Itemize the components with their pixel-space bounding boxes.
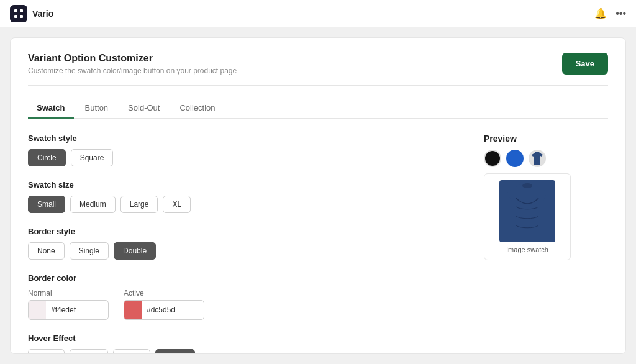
border-color-label: Border color	[28, 273, 469, 283]
hover-name[interactable]: Name	[70, 349, 108, 354]
tab-sold-out[interactable]: Sold-Out	[119, 98, 168, 119]
swatch-size-label: Swatch size	[28, 180, 469, 189]
main-content: Variant Option Customizer Customize the …	[0, 27, 636, 364]
preview-column: Preview	[484, 134, 608, 354]
preview-swatches	[484, 150, 608, 167]
preview-card: Image swatch	[484, 173, 571, 260]
topbar: Vario 🔔 •••	[0, 0, 636, 27]
border-style-section: Border style None Single Double	[28, 227, 469, 260]
active-color-field: Active	[124, 289, 204, 320]
swatch-style-section: Swatch style Circle Square	[28, 134, 469, 166]
svg-rect-3	[20, 15, 23, 18]
normal-color-field: Normal	[28, 289, 109, 320]
tab-button[interactable]: Button	[76, 98, 117, 119]
preview-label: Preview	[484, 134, 608, 143]
two-col-layout: Swatch style Circle Square Swatch size S…	[28, 134, 608, 354]
left-column: Swatch style Circle Square Swatch size S…	[28, 134, 469, 354]
border-style-single[interactable]: Single	[70, 242, 109, 260]
swatch-style-options: Circle Square	[28, 149, 469, 166]
svg-rect-2	[14, 15, 17, 18]
swatch-size-small[interactable]: Small	[28, 196, 65, 213]
swatch-size-medium[interactable]: Medium	[70, 196, 116, 213]
header-text: Variant Option Customizer Customize the …	[28, 53, 237, 75]
page-title: Variant Option Customizer	[28, 53, 237, 64]
save-button[interactable]: Save	[562, 53, 608, 75]
svg-rect-1	[20, 9, 23, 12]
app-logo-icon	[14, 9, 24, 19]
swatch-size-options: Small Medium Large XL	[28, 196, 469, 213]
border-color-section: Border color Normal Active	[28, 273, 469, 320]
border-style-label: Border style	[28, 227, 469, 236]
border-style-options: None Single Double	[28, 242, 469, 260]
swatch-size-large[interactable]: Large	[120, 196, 158, 213]
preview-swatch-black[interactable]	[484, 150, 501, 167]
border-style-double[interactable]: Double	[114, 242, 156, 260]
preview-swatch-blue[interactable]	[506, 150, 524, 167]
swatch-size-section: Swatch size Small Medium Large XL	[28, 180, 469, 213]
dress-thumbnail-icon	[532, 152, 543, 165]
border-style-none[interactable]: None	[28, 242, 65, 260]
normal-color-value[interactable]	[46, 306, 109, 314]
tab-collection[interactable]: Collection	[171, 98, 224, 119]
active-color-input-wrap[interactable]	[124, 300, 204, 320]
swatch-style-circle[interactable]: Circle	[28, 149, 66, 166]
topbar-left: Vario	[10, 5, 53, 22]
normal-color-swatch	[29, 301, 46, 319]
svg-rect-0	[14, 9, 17, 12]
page-subtitle: Customize the swatch color/image button …	[28, 66, 237, 75]
svg-point-4	[522, 183, 532, 188]
bell-icon[interactable]: 🔔	[594, 7, 607, 19]
topbar-right: 🔔 •••	[594, 7, 626, 19]
app-name: Vario	[32, 9, 53, 19]
page-header: Variant Option Customizer Customize the …	[28, 53, 608, 86]
preview-card-label: Image swatch	[491, 246, 564, 253]
active-color-label: Active	[124, 289, 204, 298]
hover-effect-section: Hover Effect None Name Zoom Image	[28, 334, 469, 354]
hover-effect-options: None Name Zoom Image	[28, 349, 469, 354]
hover-effect-label: Hover Effect	[28, 334, 469, 343]
dress-svg	[502, 182, 552, 241]
normal-color-input-wrap[interactable]	[28, 300, 109, 320]
more-options-icon[interactable]: •••	[616, 8, 626, 19]
tabs: Swatch Button Sold-Out Collection	[28, 98, 608, 119]
dress-preview	[499, 180, 555, 242]
swatch-size-xl[interactable]: XL	[163, 196, 191, 213]
hover-none[interactable]: None	[28, 349, 65, 354]
hover-image[interactable]: Image	[155, 349, 194, 354]
normal-color-label: Normal	[28, 289, 109, 298]
preview-swatch-image[interactable]	[529, 150, 546, 167]
page-content: Variant Option Customizer Customize the …	[10, 37, 626, 354]
hover-zoom[interactable]: Zoom	[113, 349, 151, 354]
tab-swatch[interactable]: Swatch	[28, 98, 74, 119]
app-icon	[10, 5, 27, 22]
active-color-swatch	[124, 301, 142, 319]
swatch-style-square[interactable]: Square	[71, 149, 114, 166]
color-row: Normal Active	[28, 289, 469, 320]
swatch-style-label: Swatch style	[28, 134, 469, 143]
active-color-value[interactable]	[142, 306, 204, 314]
